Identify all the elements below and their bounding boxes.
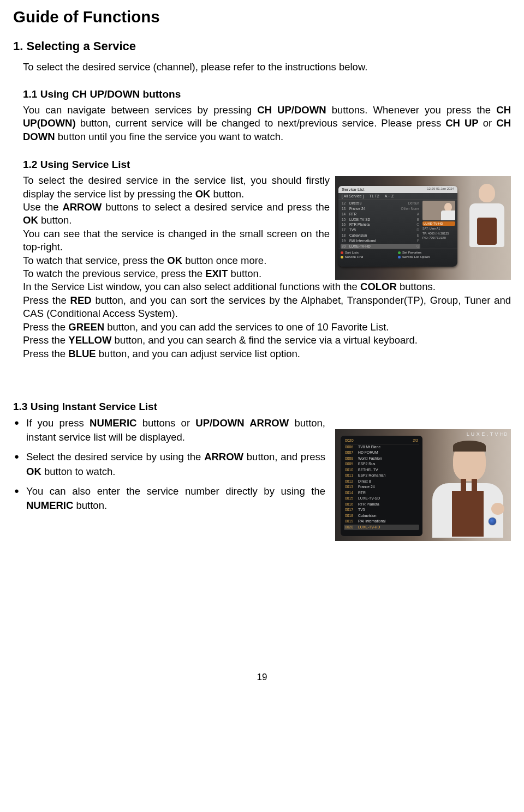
red-dot-icon	[341, 251, 343, 254]
instant-row-num: 0015	[345, 496, 358, 501]
s12-p8: Press the GREEN button, and you can add …	[23, 321, 511, 334]
badge-icon	[488, 517, 497, 526]
instant-row-num: 0019	[345, 519, 358, 524]
instant-row-num: 0018	[345, 514, 358, 518]
osd-preview-meta1: SAT: User A1	[422, 227, 455, 231]
instant-row-name: BETHEL TV	[358, 468, 418, 472]
osd-row-name: RTR	[349, 212, 398, 216]
s12-p10: Press the BLUE button, and you can adjus…	[23, 347, 511, 360]
section-1-2-heading: 1.2 Using Service List	[23, 159, 511, 171]
instant-row: 0012Direct 8	[344, 479, 419, 484]
osd-preview-video	[422, 201, 455, 220]
osd-row-key: Other None	[398, 207, 419, 211]
text: buttons.	[397, 281, 436, 292]
bold: OK	[23, 214, 38, 226]
osd-row-name: RAI International	[349, 239, 398, 243]
bold: ARROW	[204, 451, 243, 462]
instant-row-num: 0007	[345, 450, 358, 455]
text: If you press	[26, 417, 90, 429]
text: Press the	[23, 294, 70, 306]
instant-row-name: TV5	[358, 508, 418, 512]
figure-service-list: Service List 12:29 01 Jan 2024 [ All Ser…	[335, 176, 511, 280]
bold: ARROW	[62, 201, 102, 213]
instant-row: 0006TV8 Mt Blanc	[344, 444, 419, 450]
instant-head-right: 2/2	[413, 438, 418, 442]
instant-row-name: World Fashion	[358, 456, 418, 461]
text: button, and you can adjust service list …	[96, 348, 300, 359]
bold: UP/DOWN ARROW	[195, 417, 289, 429]
instant-row: 0018Cubavision	[344, 513, 419, 519]
list-item: You can also enter the service number di…	[13, 484, 325, 513]
bold: RED	[70, 294, 92, 306]
instant-row-name: RTR	[358, 491, 418, 495]
text: button, and you can add the services to …	[104, 321, 389, 333]
instant-row: 0008World Fashion	[344, 456, 419, 461]
bold: OK	[26, 466, 41, 477]
figure-instant-service-list: L U X E . T V HD 0020 2/2 0006T	[335, 429, 511, 541]
osd-preview-meta3: PID: 770/771/370	[422, 236, 455, 240]
text: Set Favorites	[402, 251, 421, 254]
instant-row-num: 0017	[345, 508, 358, 512]
bold: BLUE	[68, 348, 96, 359]
section-1-3: 1.3 Using Instant Service List L U X E .…	[13, 401, 511, 541]
osd-row-num: 17	[342, 228, 349, 232]
instant-row-name: Direct 8	[358, 479, 418, 484]
text: button.	[38, 214, 72, 226]
osd-row-key: B	[398, 218, 419, 222]
instant-list: 0006TV8 Mt Blanc0007HD FORUM0008World Fa…	[344, 444, 419, 530]
osd-row-num: 13	[342, 207, 349, 211]
section-1-1: 1.1 Using CH UP/DOWN buttons You can nav…	[23, 88, 511, 143]
osd-row-key: A	[398, 212, 419, 216]
instant-row: 0009ESP2 Rus	[344, 461, 419, 467]
bold: CH UP/DOWN	[257, 104, 326, 116]
osd-tabs: [ All Service ] T1 T2 A ~ Z	[338, 193, 457, 200]
instant-row: 0011ESP2 Romanian	[344, 473, 419, 478]
osd-row-key: G	[398, 244, 419, 249]
bold: EXIT	[205, 268, 228, 279]
osd-row: 14RTRA	[341, 212, 420, 217]
osd-row: 19RAI InternationalF	[341, 238, 420, 244]
text: In the Service List window, you can also…	[23, 281, 360, 292]
osd-row-name: France 24	[349, 207, 398, 211]
instant-row: 0014RTR	[344, 490, 419, 496]
osd-preview-label: LUXE-TV-HD	[422, 221, 455, 226]
text: button, and you can sort the services by…	[23, 294, 511, 319]
instant-row: 0007HD FORUM	[344, 450, 419, 455]
section-1-1-heading: 1.1 Using CH UP/DOWN buttons	[23, 88, 511, 100]
text: button.	[210, 188, 244, 200]
s12-p9: Press the YELLOW button, and you can sea…	[23, 334, 511, 347]
text: button, current service will be changed …	[76, 117, 446, 129]
s12-p6: In the Service List window, you can also…	[23, 280, 511, 293]
instant-row-num: 0014	[345, 491, 358, 495]
osd-row-num: 16	[342, 222, 349, 227]
osd-row-key: E	[398, 233, 419, 238]
instant-row-num: 0013	[345, 485, 358, 489]
text: You can navigate between services by pre…	[23, 104, 257, 116]
osd-service-list-panel: Service List 12:29 01 Jan 2024 [ All Ser…	[338, 186, 457, 267]
osd-row: 17TV5D	[341, 227, 420, 233]
bold: OK	[195, 188, 211, 200]
osd-title: Service List	[342, 187, 364, 192]
text: Press the	[23, 348, 68, 359]
s12-p7: Press the RED button, and you can sort t…	[23, 294, 511, 321]
instant-row-name: ESP2 Romanian	[358, 473, 418, 478]
osd-title-bar: Service List 12:29 01 Jan 2024	[338, 186, 457, 193]
text: Press the	[23, 334, 68, 346]
osd-row-num: 14	[342, 212, 349, 216]
osd-foot-sort: Sort Lists	[341, 250, 398, 255]
instant-row: 0010BETHEL TV	[344, 467, 419, 473]
text: buttons to select a desired service and …	[102, 201, 330, 213]
section-1-2: 1.2 Using Service List Service List 12:2…	[23, 159, 511, 360]
text: button to watch.	[41, 466, 116, 477]
text: Press the	[23, 321, 68, 333]
instant-row: 0013France 24	[344, 484, 419, 490]
osd-row: 15LUXE-TV-SDB	[341, 217, 420, 222]
list-item: If you press NUMERIC buttons or UP/DOWN …	[13, 416, 325, 445]
osd-row-name: LUXE-TV-SD	[349, 218, 398, 222]
text: button once more.	[182, 255, 266, 266]
instant-row-name: ESP2 Rus	[358, 462, 418, 466]
page-number: 19	[13, 672, 511, 683]
osd-row-num: 20	[342, 244, 349, 249]
osd-row-key: Default	[398, 201, 419, 206]
instant-row-num: 0010	[345, 468, 358, 472]
